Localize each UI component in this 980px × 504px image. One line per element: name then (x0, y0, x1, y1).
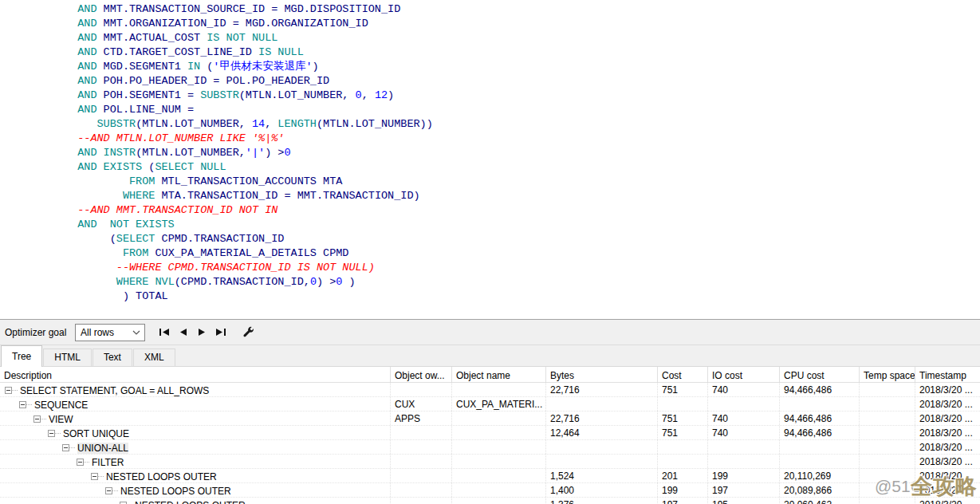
column-header-temp-space[interactable]: Temp space (860, 367, 915, 383)
plan-cell-cost (658, 440, 708, 454)
plan-cell-temp-space (860, 455, 915, 468)
plan-cell-cpu-cost: 94,466,486 (780, 426, 860, 439)
collapse-icon[interactable] (77, 459, 84, 466)
tab-tree[interactable]: Tree (1, 345, 42, 367)
tab-text[interactable]: Text (92, 348, 132, 366)
plan-cell-timestamp: 2018/3/20 ... (915, 455, 980, 468)
column-header-cpu-cost[interactable]: CPU cost (780, 367, 860, 383)
plan-cell-temp-space (860, 498, 915, 504)
sql-line: AND POH.SEGMENT1 = SUBSTR(MTLN.LOT_NUMBE… (0, 89, 980, 103)
collapse-icon[interactable] (62, 444, 69, 451)
plan-cell-cost: 199 (658, 483, 708, 497)
sql-line: AND MMT.ACTUAL_COST IS NOT NULL (0, 31, 980, 45)
plan-cell-cost (658, 455, 708, 468)
sql-line: FROM CUX_PA_MATERIAL_A_DETAILS CPMD (0, 246, 980, 261)
plan-cell-timestamp: 2018/3/20 ... (915, 397, 980, 411)
plan-cell-description: NESTED LOOPS OUTER (0, 483, 391, 497)
plan-cell-bytes (546, 440, 658, 454)
plan-cell-cpu-cost: 94,466,486 (780, 383, 860, 396)
first-record-button[interactable] (159, 329, 170, 336)
plan-cell-cost: 751 (658, 383, 708, 396)
plan-cell-cpu-cost (780, 440, 860, 454)
plan-body: SELECT STATEMENT, GOAL = ALL_ROWS22,7167… (0, 383, 980, 504)
next-record-button[interactable] (198, 329, 205, 336)
plan-toolbar: Optimizer goal All rows (0, 320, 980, 345)
plan-cell-io-cost: 197 (708, 483, 780, 497)
plan-cell-object-owner (391, 440, 452, 454)
plan-node-label: NESTED LOOPS OUTER (106, 471, 217, 482)
sql-editor[interactable]: AND MMT.TRANSACTION_SOURCE_ID = MGD.DISP… (0, 0, 980, 319)
plan-row[interactable]: SELECT STATEMENT, GOAL = ALL_ROWS22,7167… (0, 383, 980, 397)
collapse-icon[interactable] (105, 487, 112, 494)
plan-cell-temp-space (860, 411, 915, 425)
column-header-description[interactable]: Description (0, 367, 391, 383)
tab-xml[interactable]: XML (133, 348, 175, 366)
plan-node-label: NESTED LOOPS OUTER (120, 486, 231, 497)
plan-cell-description: SEQUENCE (0, 397, 391, 411)
tab-html[interactable]: HTML (43, 348, 92, 366)
plan-cell-object-name (452, 440, 546, 454)
column-header-object-ow[interactable]: Object ow... (391, 367, 452, 383)
chevron-down-icon (132, 330, 140, 335)
plan-tabbar: TreeHTMLTextXML (0, 345, 980, 367)
column-header-timestamp[interactable]: Timestamp (915, 367, 980, 383)
plan-node-label: NESTED LOOPS OUTER (135, 500, 246, 504)
plan-cell-object-owner (391, 483, 452, 497)
plan-cell-object-name (452, 383, 546, 396)
plan-cell-cpu-cost: 20,060,462 (780, 498, 860, 504)
plan-grid: DescriptionObject ow...Object nameBytesC… (0, 367, 980, 504)
plan-node-label: SELECT STATEMENT, GOAL = ALL_ROWS (20, 385, 209, 396)
sql-line: AND POH.PO_HEADER_ID = POL.PO_HEADER_ID (0, 74, 980, 89)
plan-node-label: UNION-ALL (77, 443, 128, 454)
plan-cell-cpu-cost: 94,466,486 (780, 411, 860, 425)
plan-row[interactable]: NESTED LOOPS OUTER1,37619719520,060,4622… (0, 498, 980, 504)
sql-line: (SELECT CPMD.TRANSACTION_ID (0, 232, 980, 246)
plan-cell-object-owner: APPS (391, 411, 452, 425)
plan-node-label: FILTER (92, 457, 124, 468)
collapse-icon[interactable] (19, 401, 26, 408)
plan-cell-bytes: 1,376 (546, 498, 658, 504)
plan-row[interactable]: SEQUENCECUXCUX_PA_MATERI...2018/3/20 ... (0, 397, 980, 411)
column-header-io-cost[interactable]: IO cost (708, 367, 780, 383)
tree-connector (12, 390, 18, 391)
plan-cell-object-owner (391, 455, 452, 468)
collapse-icon[interactable] (48, 430, 55, 437)
plan-row[interactable]: NESTED LOOPS OUTER1,40019919720,089,8662… (0, 483, 980, 498)
plan-cell-cpu-cost (780, 455, 860, 468)
plan-cell-description: SELECT STATEMENT, GOAL = ALL_ROWS (0, 383, 391, 396)
plan-cell-temp-space (860, 469, 915, 482)
plan-row[interactable]: NESTED LOOPS OUTER1,52420119920,110,2692… (0, 469, 980, 483)
column-header-object-name[interactable]: Object name (452, 367, 546, 383)
plan-cell-io-cost: 740 (708, 383, 780, 396)
collapse-icon[interactable] (91, 473, 98, 480)
sql-line: AND POL.LINE_NUM = (0, 103, 980, 117)
optimizer-goal-select[interactable]: All rows (75, 324, 145, 341)
plan-row[interactable]: UNION-ALL2018/3/20 ... (0, 440, 980, 455)
plan-row[interactable]: FILTER2018/3/20 ... (0, 455, 980, 469)
collapse-icon[interactable] (5, 387, 12, 394)
preferences-wrench-button[interactable] (242, 326, 254, 339)
sql-line: SUBSTR(MTLN.LOT_NUMBER, 14, LENGTH(MTLN.… (0, 117, 980, 132)
sql-line: AND MMT.TRANSACTION_SOURCE_ID = MGD.DISP… (0, 2, 980, 17)
sql-line: --AND MTLN.LOT_NUMBER LIKE '%|%' (0, 132, 980, 146)
last-record-button[interactable] (215, 329, 226, 336)
column-header-bytes[interactable]: Bytes (546, 367, 658, 383)
plan-cell-io-cost (708, 440, 780, 454)
plan-cell-object-name (452, 411, 546, 425)
plan-row[interactable]: VIEWAPPS22,71675174094,466,4862018/3/20 … (0, 411, 980, 426)
plan-cell-timestamp: 2018/3/20 ... (915, 383, 980, 396)
plan-cell-object-owner (391, 383, 452, 396)
collapse-icon[interactable] (33, 415, 41, 423)
plan-cell-timestamp: 2018/3/20 ... (915, 426, 980, 439)
plan-cell-description: FILTER (0, 455, 391, 468)
plan-cell-object-owner: CUX (391, 397, 452, 411)
prior-record-button[interactable] (180, 329, 187, 336)
plan-cell-temp-space (860, 483, 915, 497)
plan-cell-bytes: 22,716 (546, 411, 658, 425)
sql-line: AND MGD.SEGMENT1 IN ('甲供材未安装退库') (0, 60, 980, 74)
column-header-cost[interactable]: Cost (658, 367, 708, 383)
plan-row[interactable]: SORT UNIQUE12,46475174094,466,4862018/3/… (0, 426, 980, 440)
plan-cell-timestamp: 2018/3/20 ... (915, 483, 980, 497)
plan-cell-io-cost (708, 455, 780, 468)
plan-cell-io-cost: 199 (708, 469, 780, 482)
